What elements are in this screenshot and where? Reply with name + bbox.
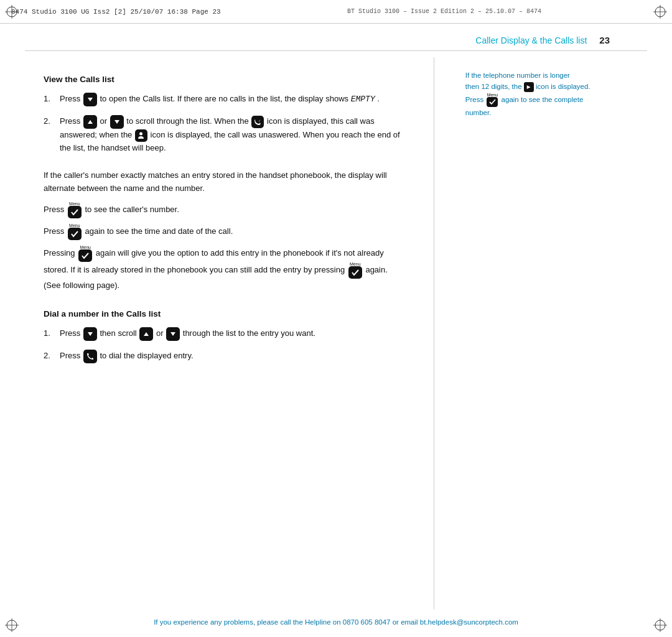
up-btn-icon <box>83 115 97 129</box>
menu-check-btn-1: Menu <box>68 202 82 218</box>
step-2-1-content: Press then scroll or through the li <box>60 327 403 341</box>
menu-check-inner-1 <box>68 206 82 218</box>
menu-label-2: Menu <box>69 223 80 228</box>
menu-label-4: Menu <box>350 262 361 266</box>
down-btn-icon <box>83 93 97 106</box>
svg-marker-14 <box>114 120 119 124</box>
step-1-1-content: Press to open the Calls list. If there a… <box>60 93 403 106</box>
step2-1-after: through the list to the entry you want. <box>183 329 315 338</box>
press2-after: again to see the time and date of the ca… <box>85 226 233 236</box>
section1-heading: View the Calls list <box>44 75 403 84</box>
step2-1-or: or <box>156 329 166 338</box>
up-btn-s2 <box>139 327 153 341</box>
svg-marker-18 <box>144 332 149 336</box>
arrow-right-icon: ► <box>524 82 534 92</box>
down-btn-s2-2 <box>166 327 180 341</box>
svg-marker-12 <box>88 98 93 101</box>
menu-check-side: Menu <box>487 93 498 107</box>
person-icon <box>135 129 147 142</box>
press2: Press Menu again to see the time and dat… <box>44 223 403 240</box>
step-2-1: Press then scroll or through the li <box>44 327 403 341</box>
page-number: 23 <box>599 35 610 45</box>
side-note-press: Press <box>465 95 486 103</box>
side-column: If the telephone number is longerthen 12… <box>447 57 635 610</box>
steps-list-2: Press then scroll or through the li <box>44 327 403 363</box>
side-check-inner <box>487 97 498 107</box>
content-area: View the Calls list Press to open the Ca… <box>0 57 672 610</box>
page-footer: If you experience any problems, please c… <box>0 610 672 637</box>
menu-check-btn-3: Menu <box>78 245 92 262</box>
main-column: View the Calls list Press to open the Ca… <box>37 57 421 610</box>
step1-text-after: to open the Calls list. If there are no … <box>100 94 350 103</box>
step2-2-after: to dial the displayed entry. <box>100 351 193 361</box>
down-btn-s2 <box>83 327 97 341</box>
svg-text:✓: ✓ <box>258 119 261 123</box>
side-note: If the telephone number is longerthen 12… <box>465 70 628 118</box>
step-2-2: Press to dial the displayed entry. <box>44 350 403 363</box>
chapter-title: Caller Display & the Calls list <box>475 35 587 45</box>
call-btn-icon <box>83 350 97 363</box>
section2-heading: Dial a number in the Calls list <box>44 309 403 318</box>
side-note-line3: icon is displayed. <box>536 83 590 90</box>
step-2-2-content: Press to dial the displayed entry. <box>60 350 403 363</box>
para1: If the caller's number exactly matches a… <box>44 169 403 195</box>
step-1-2-content: Press or to scroll through the list. Whe… <box>60 115 403 155</box>
press1: Press Menu to see the caller's number. <box>44 202 403 218</box>
menu-check-inner-3 <box>78 249 92 262</box>
svg-marker-19 <box>170 332 175 336</box>
press1-before: Press <box>44 205 67 214</box>
down-btn-icon-2 <box>110 115 124 129</box>
step2-text-a: Press <box>60 117 83 126</box>
footer-text: If you experience any problems, please c… <box>154 618 518 626</box>
step2-2-before: Press <box>60 351 83 361</box>
press3: Pressing Menu again will give you the op… <box>44 245 403 292</box>
menu-label-3: Menu <box>80 245 91 249</box>
step2-1-before: Press <box>60 329 83 338</box>
menu-check-inner-2 <box>68 228 82 240</box>
page-header: Caller Display & the Calls list 23 <box>25 24 647 51</box>
press3-mid: again will give you the option to add th… <box>44 248 384 274</box>
step1-text-before: Press <box>60 94 83 103</box>
svg-marker-17 <box>88 332 93 336</box>
step-1-2: Press or to scroll through the list. Whe… <box>44 115 403 155</box>
menu-check-btn-4: Menu <box>348 262 362 279</box>
side-menu-label: Menu <box>487 93 498 97</box>
menu-check-btn-2: Menu <box>68 223 82 240</box>
press1-after: to see the caller's number. <box>85 205 179 214</box>
step-1-1: Press to open the Calls list. If there a… <box>44 93 403 106</box>
step1-text-end: . <box>377 94 380 103</box>
step1-empty: EMPTY <box>351 95 375 104</box>
steps-list-1: Press to open the Calls list. If there a… <box>44 93 403 155</box>
svg-point-16 <box>139 133 142 136</box>
press3-before: Pressing <box>44 248 77 258</box>
header-center: BT Studio 3100 – Issue 2 Edition 2 – 25.… <box>228 8 661 15</box>
header-left: 8474 Studio 3100 UG Iss2 [2] 25/10/07 16… <box>11 8 228 16</box>
menu-label-1: Menu <box>69 202 80 206</box>
step2-1-mid: then scroll <box>100 329 139 338</box>
header-bar: 8474 Studio 3100 UG Iss2 [2] 25/10/07 16… <box>0 0 672 24</box>
step2-text-b: to scroll through the list. When the <box>126 117 251 126</box>
press2-before: Press <box>44 226 67 236</box>
menu-check-inner-4 <box>348 266 362 279</box>
phone-answered-icon: ✓ <box>251 116 264 128</box>
svg-marker-13 <box>88 120 93 124</box>
step2-or: or <box>100 117 109 126</box>
content-divider <box>434 57 434 610</box>
